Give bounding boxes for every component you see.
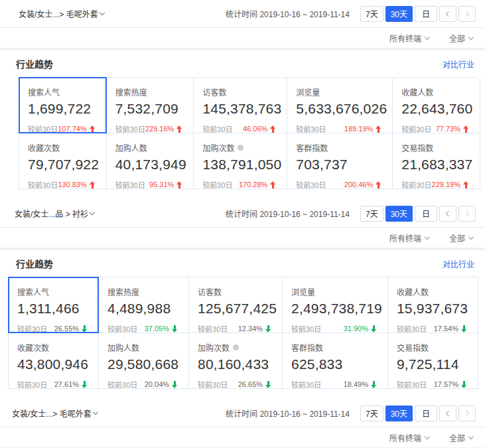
prev-period-button[interactable] <box>439 206 456 222</box>
range-7d-button[interactable]: 7天 <box>360 6 383 22</box>
compare-period-label: 较前30日 <box>401 123 431 134</box>
breadcrumb-text: 女装/女士...> 毛呢外套 <box>12 408 92 419</box>
scope-dropdown[interactable]: 全部 <box>449 232 473 244</box>
metric-value: 79,707,922 <box>28 157 101 173</box>
compare-period-label: 较前30日 <box>401 179 431 190</box>
metric-card[interactable]: 浏览量 2,493,738,719 较前30日 31.90% <box>283 277 388 333</box>
compare-period-label: 较前30日 <box>296 179 326 190</box>
chevron-left-icon <box>446 210 451 216</box>
change-percent: 229.16% <box>145 125 174 133</box>
next-period-button[interactable] <box>458 6 476 22</box>
info-icon[interactable] <box>233 344 239 350</box>
range-7d-button[interactable]: 7天 <box>360 206 383 222</box>
next-period-button[interactable] <box>458 406 476 421</box>
metric-card[interactable]: 收藏次数 43,800,946 较前30日 27.61% <box>9 333 99 389</box>
metric-card[interactable]: 收藏人数 22,643,760 较前30日 77.73% <box>393 78 480 133</box>
range-30d-button[interactable]: 30天 <box>385 406 413 421</box>
change-percent: 12.34% <box>238 325 263 333</box>
metric-card[interactable]: 搜索人气 1,699,722 较前30日 107.74% <box>19 78 107 133</box>
terminal-dropdown[interactable]: 所有终端 <box>389 232 429 244</box>
breadcrumb-text: 女装/女士...> 毛呢外套 <box>19 8 98 19</box>
compare-period-label: 较前30日 <box>198 379 228 390</box>
range-day-button[interactable]: 日 <box>415 6 437 22</box>
terminal-dropdown-label: 所有终端 <box>389 432 421 443</box>
range-7d-button[interactable]: 7天 <box>360 406 383 421</box>
metric-value: 22,643,760 <box>401 101 474 117</box>
range-day-button[interactable]: 日 <box>415 206 437 222</box>
metric-label: 访客数 <box>202 86 226 98</box>
metric-card[interactable]: 客群指数 625,833 较前30日 18.49% <box>283 333 388 389</box>
compare-period-label: 较前30日 <box>397 379 427 390</box>
compare-period-label: 较前30日 <box>397 323 427 334</box>
metric-card[interactable]: 加购次数 138,791,050 较前30日 170.28% <box>194 133 287 189</box>
metric-value: 625,833 <box>291 356 382 372</box>
metric-card[interactable]: 交易指数 21,683,337 较前30日 229.19% <box>393 133 480 189</box>
change-percent: 31.90% <box>344 325 368 333</box>
metric-card[interactable]: 客群指数 703,737 较前30日 200.46% <box>287 133 393 189</box>
metric-card[interactable]: 访客数 145,378,763 较前30日 46.06% <box>194 78 287 133</box>
chevron-down-icon <box>99 10 104 15</box>
metric-value: 145,378,763 <box>202 101 281 117</box>
metric-label: 搜索人气 <box>28 86 60 98</box>
category-breadcrumb[interactable]: 女装/女士...> 毛呢外套 <box>19 8 104 19</box>
section-header: 女装/女士...品 > 衬衫 统计时间 2019-10-16 ~ 2019-11… <box>0 200 485 228</box>
filter-row: 所有终端 全部 <box>0 28 485 48</box>
range-30d-button[interactable]: 30天 <box>385 206 413 222</box>
metric-card[interactable]: 收藏人数 15,937,673 较前30日 17.54% <box>388 277 478 333</box>
scope-dropdown[interactable]: 全部 <box>449 33 473 44</box>
chevron-down-icon <box>425 433 430 439</box>
prev-period-button[interactable] <box>439 406 456 421</box>
metric-card[interactable]: 加购人数 29,580,668 较前30日 20.04% <box>99 333 189 389</box>
prev-period-button[interactable] <box>439 6 456 22</box>
metric-label: 收藏次数 <box>17 342 49 353</box>
industry-trend-panel: 行业趋势 对比行业 搜索人气 1,311,466 较前30日 26.55% 搜索… <box>0 250 485 400</box>
date-range-value: 2019-10-16 ~ 2019-11-14 <box>259 410 350 419</box>
chevron-down-icon <box>90 210 95 215</box>
chevron-down-icon <box>425 34 430 39</box>
terminal-dropdown[interactable]: 所有终端 <box>389 33 429 44</box>
metrics-grid: 搜索人气 1,699,722 较前30日 107.74% 搜索热度 7,532,… <box>19 77 476 189</box>
metric-card[interactable]: 访客数 125,677,425 较前30日 12.34% <box>189 277 283 333</box>
metric-card[interactable]: 加购人数 40,173,949 较前30日 95.31% <box>107 133 194 189</box>
metric-card[interactable]: 收藏次数 79,707,922 较前30日 130.83% <box>19 133 107 189</box>
metric-card[interactable]: 搜索热度 4,489,988 较前30日 37.05% <box>99 277 189 333</box>
category-breadcrumb[interactable]: 女装/女士...> 毛呢外套 <box>12 408 98 419</box>
chevron-down-icon <box>468 433 474 439</box>
stats-time: 统计时间 2019-10-16 ~ 2019-11-14 <box>226 208 350 219</box>
change-percent: 26.65% <box>238 380 263 388</box>
down-arrow-icon <box>461 381 467 388</box>
change-percent: 229.19% <box>432 181 460 188</box>
scope-dropdown-label: 全部 <box>449 33 465 44</box>
metric-card[interactable]: 交易指数 9,725,114 较前30日 17.57% <box>388 333 478 389</box>
terminal-dropdown[interactable]: 所有终端 <box>389 432 429 443</box>
metric-value: 9,725,114 <box>397 356 472 372</box>
compare-period-label: 较前30日 <box>115 179 145 190</box>
metric-value: 703,737 <box>296 157 387 173</box>
metric-card[interactable]: 加购次数 80,160,433 较前30日 26.65% <box>189 333 283 389</box>
metric-card[interactable]: 搜索人气 1,311,466 较前30日 26.55% <box>9 277 99 333</box>
metric-label: 搜索热度 <box>107 286 139 297</box>
metric-value: 15,937,673 <box>397 301 472 317</box>
metric-value: 21,683,337 <box>401 157 474 173</box>
metric-value: 5,633,676,026 <box>296 101 387 117</box>
scope-dropdown[interactable]: 全部 <box>449 432 473 443</box>
category-breadcrumb[interactable]: 女装/女士...品 > 衬衫 <box>15 208 94 219</box>
range-day-button[interactable]: 日 <box>415 406 437 421</box>
info-icon[interactable] <box>238 145 243 151</box>
compare-industry-link[interactable]: 对比行业 <box>443 258 474 269</box>
up-arrow-icon <box>90 125 96 133</box>
metric-label: 客群指数 <box>296 142 328 153</box>
down-arrow-icon <box>461 325 467 333</box>
compare-period-label: 较前30日 <box>296 123 326 134</box>
metric-card[interactable]: 搜索热度 7,532,709 较前30日 229.16% <box>107 78 194 133</box>
metric-card[interactable]: 浏览量 5,633,676,026 较前30日 189.19% <box>287 78 393 133</box>
metric-label: 客群指数 <box>291 342 323 353</box>
compare-period-label: 较前30日 <box>291 379 321 390</box>
compare-industry-link[interactable]: 对比行业 <box>443 58 474 70</box>
section-header: 女装/女士...> 毛呢外套 统计时间 2019-10-16 ~ 2019-11… <box>0 0 485 28</box>
range-30d-button[interactable]: 30天 <box>385 6 413 22</box>
next-period-button[interactable] <box>458 206 476 222</box>
stats-time: 统计时间 2019-10-16 ~ 2019-11-14 <box>226 408 350 419</box>
up-arrow-icon <box>376 125 381 133</box>
change-percent: 17.54% <box>434 325 458 333</box>
